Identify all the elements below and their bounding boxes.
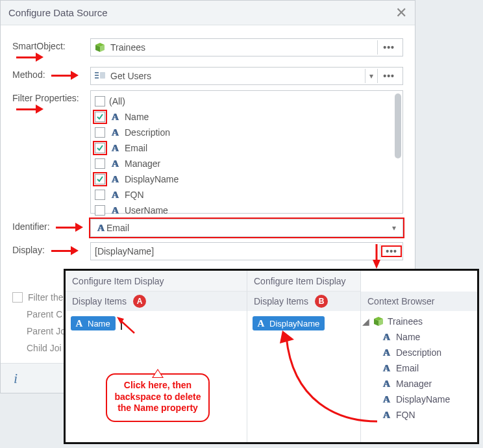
text-field-icon: A — [109, 112, 121, 122]
text-field-icon: A — [255, 318, 267, 329]
filter-item-label: Email — [125, 143, 147, 153]
chevron-down-icon[interactable]: ▾ — [367, 71, 376, 81]
tree-item[interactable]: ADisplayName — [362, 392, 473, 407]
filter-item[interactable]: (All) — [95, 93, 402, 109]
filter-item[interactable]: AEmail — [95, 140, 402, 156]
annotation-arrow-icon — [51, 71, 80, 79]
annotation-arrow-icon — [16, 105, 45, 113]
tag-label-a: Name — [88, 319, 110, 329]
text-field-icon: A — [380, 363, 392, 373]
tree-item[interactable]: AManager — [362, 376, 473, 392]
text-field-icon: A — [380, 394, 392, 404]
checkbox[interactable] — [95, 127, 105, 138]
tree-item-label: FQN — [396, 410, 415, 420]
text-field-icon: A — [380, 379, 392, 389]
tree-item[interactable]: AName — [362, 329, 473, 345]
checkbox[interactable] — [95, 112, 105, 122]
label-smartobject: SmartObject: — [12, 38, 90, 62]
checkbox[interactable] — [95, 96, 105, 106]
ellipsis-icon[interactable]: ••• — [379, 71, 399, 81]
tag-name-a[interactable]: A Name — [71, 316, 116, 330]
dp-panel-b: Configure Item Display Display Items B A… — [247, 271, 360, 442]
annotation-arrow-icon — [16, 53, 45, 61]
filter-item-label: (All) — [109, 96, 125, 106]
method-picker[interactable]: Get Users ▾ ••• — [90, 67, 403, 85]
tree-item[interactable]: AFQN — [362, 407, 473, 423]
smartobject-value: Trainees — [110, 42, 376, 53]
display-ellipsis-button[interactable]: ••• — [382, 246, 401, 256]
row-method: Method: Get Users ▾ ••• — [12, 67, 403, 85]
badge-b: B — [315, 295, 328, 308]
dp-sub-a: Display Items A — [66, 292, 247, 311]
checkbox[interactable] — [95, 143, 105, 153]
filter-item[interactable]: AFQN — [95, 187, 402, 203]
text-field-icon: A — [109, 158, 121, 169]
list-icon — [95, 71, 105, 81]
annotation-arrow-icon — [51, 247, 80, 255]
dialog-title: Configure Data Source — [8, 7, 395, 18]
tree-item-label: Manager — [396, 379, 432, 389]
info-icon[interactable]: i — [14, 370, 18, 387]
checkbox[interactable] — [95, 174, 105, 184]
filter-item[interactable]: AName — [95, 109, 402, 125]
context-tree[interactable]: ◢ Trainees ANameADescriptionAEmailAManag… — [361, 311, 477, 442]
context-browser-title: Context Browser — [361, 292, 477, 311]
identifier-select[interactable]: A Email ▾ — [90, 219, 403, 237]
label-filterprops-text: Filter Properties: — [12, 93, 79, 103]
label-identifier: Identifier: — [12, 219, 90, 232]
method-value: Get Users — [110, 71, 364, 81]
dp-panel-a: Configure Item Display Display Items A A… — [66, 271, 247, 442]
smartobject-picker[interactable]: Trainees ••• — [90, 38, 403, 56]
svg-rect-3 — [95, 72, 99, 73]
checkbox[interactable] — [95, 158, 105, 169]
filter-results-label: Filter the — [28, 292, 63, 303]
text-field-icon: A — [95, 223, 106, 233]
tree-item[interactable]: AEmail — [362, 360, 473, 376]
filter-item-label: Description — [125, 127, 170, 138]
chevron-down-icon[interactable]: ▾ — [390, 223, 399, 232]
text-field-icon: A — [109, 205, 121, 216]
dp-body-b[interactable]: A DisplayName — [247, 311, 360, 442]
text-field-icon: A — [73, 318, 85, 329]
row-smartobject: SmartObject: Trainees ••• — [12, 38, 403, 62]
tree-item-label: DisplayName — [396, 394, 450, 404]
filter-item[interactable]: ADescription — [95, 125, 402, 140]
tag-displayname-b[interactable]: A DisplayName — [253, 316, 325, 330]
text-field-icon: A — [109, 190, 121, 200]
tree-item-label: Name — [396, 332, 420, 342]
dp-title-a: Configure Item Display — [66, 271, 247, 292]
label-method-text: Method: — [12, 69, 45, 80]
filter-item[interactable]: AUserName — [95, 203, 402, 218]
annotation-arrow-icon — [56, 223, 84, 231]
close-icon[interactable]: ✕ — [395, 6, 407, 20]
badge-a: A — [133, 295, 146, 308]
dp-body-a[interactable]: A Name Click here, then backspace to del… — [66, 311, 247, 442]
filter-item[interactable]: AManager — [95, 156, 402, 171]
triangle-down-icon[interactable]: ◢ — [362, 316, 369, 327]
dp-sub-label-b: Display Items — [254, 296, 308, 306]
cube-icon — [373, 316, 384, 327]
tag-label-b: DisplayName — [269, 319, 319, 329]
filter-properties-list[interactable]: (All)ANameADescriptionAEmailAManagerADis… — [90, 90, 403, 214]
filter-item-label: Name — [125, 112, 149, 122]
filter-item-label: DisplayName — [125, 174, 179, 184]
scrollbar[interactable] — [395, 93, 401, 158]
label-smartobject-text: SmartObject: — [12, 41, 66, 51]
checkbox[interactable] — [95, 190, 105, 200]
filter-item[interactable]: ADisplayName — [95, 171, 402, 187]
label-filterprops: Filter Properties: — [12, 90, 90, 114]
text-field-icon: A — [109, 143, 121, 153]
label-identifier-text: Identifier: — [12, 221, 50, 232]
tree-item[interactable]: ADescription — [362, 345, 473, 360]
display-input[interactable]: [DisplayName] ••• — [90, 242, 403, 260]
tree-item-label: Email — [396, 363, 419, 373]
text-field-icon: A — [109, 174, 121, 184]
svg-line-9 — [120, 320, 134, 333]
tree-root[interactable]: ◢ Trainees — [362, 314, 473, 329]
checkbox[interactable] — [12, 292, 23, 303]
text-field-icon: A — [380, 347, 392, 358]
annotation-arrow-icon — [115, 314, 141, 340]
svg-rect-6 — [100, 72, 105, 79]
ellipsis-icon[interactable]: ••• — [379, 42, 399, 53]
checkbox[interactable] — [95, 205, 105, 216]
